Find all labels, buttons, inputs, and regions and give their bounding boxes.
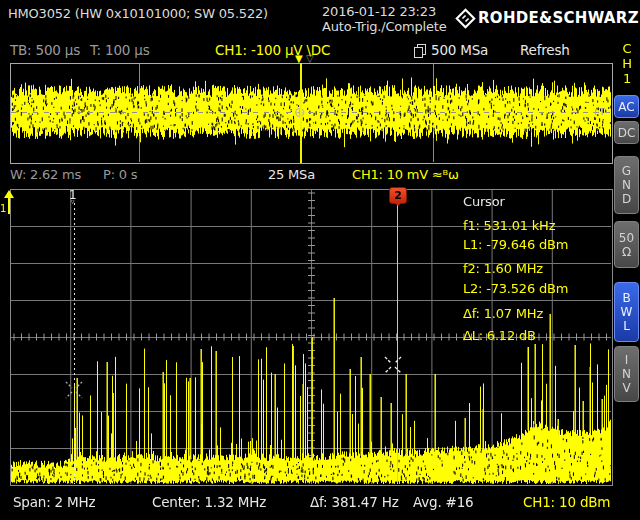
bandwidth-limit-button[interactable]: B W L bbox=[614, 282, 639, 342]
cursor-panel-title: Cursor bbox=[463, 194, 505, 209]
channel-badge: C H 1 bbox=[617, 41, 637, 86]
fft-scale-label: CH1: 10 dBm bbox=[523, 494, 610, 510]
cursor1-tick-icon: ▿ bbox=[71, 198, 74, 206]
span-label: Span: 2 MHz bbox=[13, 494, 95, 510]
cursor2-badge[interactable]: 2 bbox=[389, 187, 407, 204]
resolution-bandwidth-label: Δf: 381.47 Hz bbox=[310, 494, 399, 510]
trace-number: 1 bbox=[0, 203, 6, 214]
center-frequency-label: Center: 1.32 MHz bbox=[152, 494, 266, 510]
cursor-l1-readout: L1: -79.646 dBm bbox=[463, 237, 568, 252]
fft-trace-marker: 1 bbox=[1, 190, 17, 217]
cursor2-line[interactable] bbox=[397, 203, 398, 484]
cursor-delta-l-readout: ΔL: 6.12 dB bbox=[463, 328, 536, 343]
cursor1-cross-marker[interactable] bbox=[64, 380, 84, 400]
cursor-delta-f-readout: Δf: 1.07 MHz bbox=[463, 306, 543, 321]
cursor-f2-readout: f2: 1.60 MHz bbox=[463, 261, 543, 276]
coupling-gnd-button[interactable]: G N D bbox=[614, 156, 639, 214]
cursor-l2-readout: L2: -73.526 dBm bbox=[463, 281, 568, 296]
oscilloscope-screen: HMO3052 (HW 0x10101000; SW 05.522) 2016-… bbox=[0, 0, 640, 520]
cursor1-line[interactable] bbox=[74, 203, 75, 484]
invert-button[interactable]: I N V bbox=[614, 346, 639, 402]
coupling-dc-button[interactable]: DC bbox=[614, 121, 639, 144]
cursor-f1-readout: f1: 531.01 kHz bbox=[463, 218, 555, 233]
coupling-ac-button[interactable]: AC bbox=[614, 95, 639, 118]
cursor2-cross-marker[interactable] bbox=[383, 355, 403, 375]
average-count-label: Avg. #16 bbox=[413, 494, 473, 510]
termination-50ohm-button[interactable]: 50 Ω bbox=[614, 221, 639, 268]
